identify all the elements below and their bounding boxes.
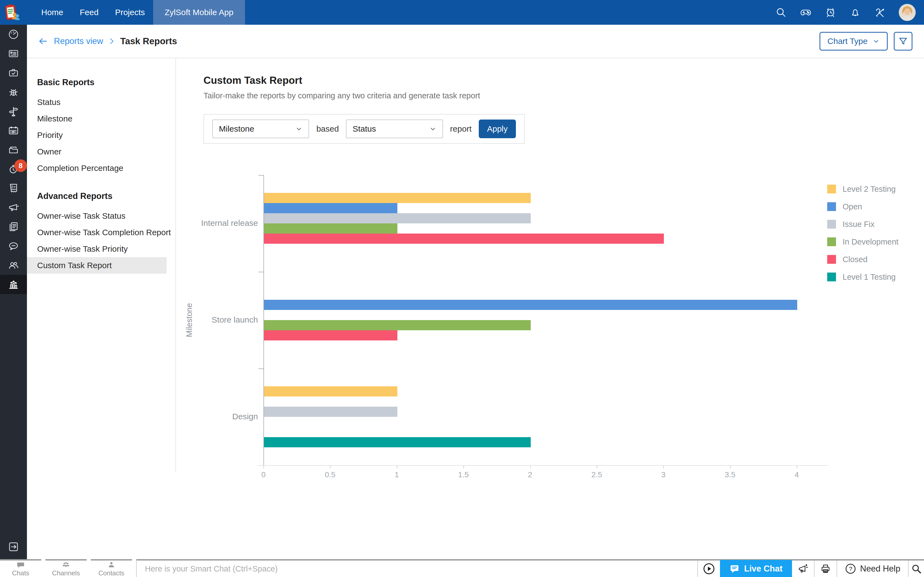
pages-icon[interactable] (0, 217, 27, 236)
question-icon: ? (845, 563, 856, 575)
invoices-icon[interactable]: $ (0, 179, 27, 198)
criteria-1-select[interactable]: Milestone (212, 119, 309, 138)
bar-internal-release-open[interactable] (264, 203, 397, 213)
legend-swatch (827, 272, 836, 281)
tab-contacts[interactable]: Contacts (91, 559, 132, 577)
sidebar-item-status[interactable]: Status (27, 94, 166, 110)
bottom-search-icon[interactable] (909, 561, 924, 577)
announcement-icon[interactable] (792, 561, 814, 577)
live-chat-button[interactable]: Live Chat (720, 560, 792, 577)
bar-store-launch-open[interactable] (264, 300, 797, 310)
x-axis-tick-label: 1.5 (458, 471, 469, 479)
notifications-icon[interactable] (849, 6, 861, 18)
dashboard-icon[interactable] (0, 25, 27, 44)
tasks-icon[interactable] (0, 63, 27, 82)
legend-item-level-1-testing[interactable]: Level 1 Testing (827, 272, 898, 281)
bugs-icon[interactable] (0, 82, 27, 102)
legend-item-closed[interactable]: Closed (827, 255, 898, 264)
chevron-down-icon (872, 38, 880, 45)
announcements-icon[interactable] (0, 198, 27, 217)
legend-label: Level 1 Testing (843, 272, 896, 282)
bar-internal-release-in-development[interactable] (264, 223, 397, 234)
tab-channels[interactable]: Channels (45, 559, 87, 577)
nav-item-home[interactable]: Home (33, 0, 71, 25)
chevron-down-icon (429, 125, 436, 132)
sidebar-section-title: Advanced Reports (27, 191, 176, 201)
search-icon[interactable] (775, 6, 787, 18)
smart-chat-input[interactable] (137, 564, 678, 574)
users-icon[interactable] (0, 256, 27, 275)
bar-design-level-2-testing[interactable] (264, 386, 397, 396)
legend-item-level-2-testing[interactable]: Level 2 Testing (827, 185, 898, 193)
documents-icon[interactable] (0, 140, 27, 160)
recent-activity-icon[interactable] (824, 6, 837, 18)
forums-icon[interactable] (0, 236, 27, 256)
legend-item-issue-fix[interactable]: Issue Fix (827, 220, 898, 229)
bar-store-launch-in-development[interactable] (264, 320, 531, 330)
legend-item-open[interactable]: Open (827, 202, 898, 211)
sidebar-item-custom-task-report[interactable]: Custom Task Report (27, 257, 166, 274)
print-icon[interactable] (814, 561, 837, 577)
legend-swatch (827, 185, 836, 193)
bar-internal-release-issue-fix[interactable] (264, 213, 531, 223)
need-help-button[interactable]: ? Need Help (837, 563, 908, 575)
sidebar-item-owner-wise-task-priority[interactable]: Owner-wise Task Priority (27, 241, 166, 257)
feed-icon[interactable] (0, 44, 27, 63)
criteria-2-value: Status (352, 124, 376, 134)
milestones-icon[interactable] (0, 102, 27, 121)
legend-swatch (827, 202, 836, 211)
play-intro-icon[interactable] (698, 561, 720, 577)
sidebar-section-advanced-reports: Advanced ReportsOwner-wise Task StatusOw… (27, 191, 176, 274)
sidebar-item-completion-percentage[interactable]: Completion Percentage (27, 160, 166, 176)
timesheet-icon[interactable]: 8 (0, 160, 27, 179)
games-icon[interactable] (800, 6, 812, 18)
nav-item-projects[interactable]: Projects (107, 0, 153, 25)
sidebar-item-owner[interactable]: Owner (27, 143, 166, 160)
criteria-2-select[interactable]: Status (346, 119, 443, 138)
chevron-right-icon (108, 37, 116, 45)
reports-icon[interactable] (0, 275, 27, 294)
report-title: Custom Task Report (204, 75, 924, 86)
bar-internal-release-closed[interactable] (264, 234, 664, 244)
setup-icon[interactable] (874, 6, 886, 18)
apply-button[interactable]: Apply (479, 119, 516, 138)
filter-button[interactable] (894, 32, 913, 50)
bottom-right-controls: Live Chat ? (698, 559, 924, 577)
breadcrumb-actions: Chart Type (819, 32, 913, 50)
y-axis-tick (258, 369, 263, 369)
sidebar-item-milestone[interactable]: Milestone (27, 110, 166, 127)
logout-icon[interactable] (0, 537, 27, 556)
chart-type-button[interactable]: Chart Type (819, 32, 888, 50)
chart-type-label: Chart Type (827, 37, 867, 46)
sidebar-item-priority[interactable]: Priority (27, 127, 166, 143)
calendar-icon[interactable] (0, 121, 27, 140)
legend-swatch (827, 237, 836, 246)
bar-design-level-1-testing[interactable] (264, 437, 531, 447)
left-rail: 8 $ (0, 25, 27, 559)
chat-bubble-icon (16, 561, 25, 569)
x-axis-tick-label: 0.5 (325, 471, 336, 479)
nav-item-feed[interactable]: Feed (71, 0, 107, 25)
legend-label: Level 2 Testing (843, 185, 896, 194)
user-avatar[interactable] (899, 4, 916, 21)
x-axis-tick (397, 466, 397, 469)
nav-item-zylsoft-mobile-app[interactable]: ZylSoft Mobile App (153, 0, 245, 25)
x-axis-tick (730, 466, 731, 469)
chart-legend: Level 2 TestingOpenIssue FixIn Developme… (827, 185, 898, 281)
live-chat-label: Live Chat (744, 564, 783, 574)
legend-item-in-development[interactable]: In Development (827, 237, 898, 246)
app-logo-icon[interactable] (3, 3, 21, 21)
smart-chat-bar (136, 559, 698, 577)
bar-design-issue-fix[interactable] (264, 407, 397, 417)
sidebar-item-owner-wise-task-status[interactable]: Owner-wise Task Status (27, 208, 166, 224)
bar-store-launch-closed[interactable] (264, 330, 397, 340)
back-arrow-icon[interactable] (37, 36, 48, 47)
x-axis-tick-label: 1 (395, 471, 399, 479)
top-nav: Home Feed Projects ZylSoft Mobile App (0, 0, 924, 25)
bar-internal-release-level-2-testing[interactable] (264, 193, 531, 203)
reports-sidebar: Basic ReportsStatusMilestonePriorityOwne… (27, 58, 176, 472)
tab-chats[interactable]: Chats (0, 559, 41, 577)
svg-text:?: ? (849, 566, 852, 572)
sidebar-item-owner-wise-task-completion-report[interactable]: Owner-wise Task Completion Report (27, 224, 166, 241)
breadcrumb-link[interactable]: Reports view (54, 36, 103, 46)
